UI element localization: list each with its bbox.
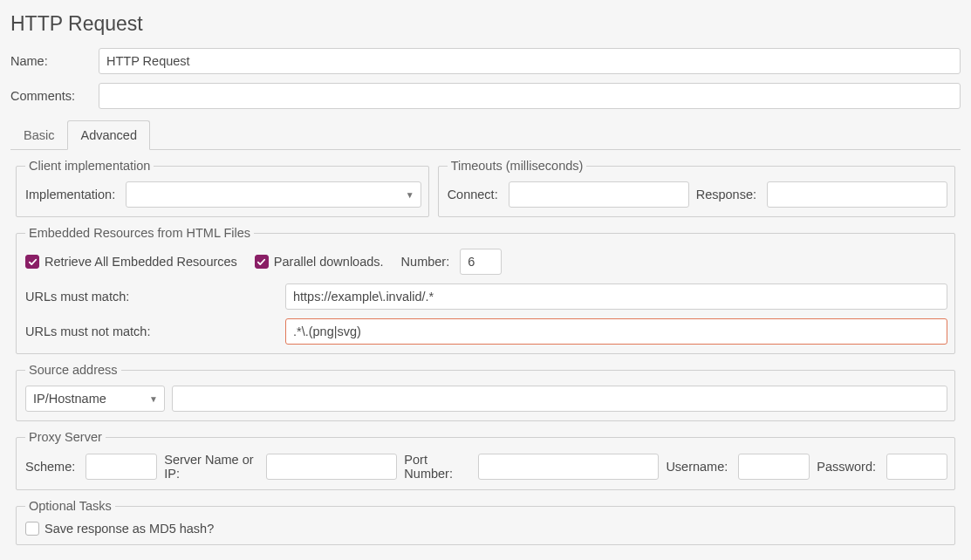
optional-tasks-legend: Optional Tasks xyxy=(25,499,115,513)
source-address-legend: Source address xyxy=(25,363,121,377)
timeouts-group: Timeouts (milliseconds) Connect: Respons… xyxy=(438,159,955,217)
source-address-group: Source address IP/Hostname ▼ xyxy=(16,363,955,421)
implementation-select[interactable] xyxy=(126,181,421,208)
number-label: Number: xyxy=(401,255,450,269)
urls-match-input[interactable] xyxy=(285,283,947,310)
source-address-input[interactable] xyxy=(172,386,947,412)
name-label: Name: xyxy=(10,54,93,68)
proxy-pass-input[interactable] xyxy=(886,454,947,480)
client-implementation-legend: Client implementation xyxy=(25,159,154,173)
md5-label: Save response as MD5 hash? xyxy=(44,522,214,536)
proxy-user-input[interactable] xyxy=(738,454,810,480)
proxy-scheme-label: Scheme: xyxy=(25,460,75,474)
source-address-type-select[interactable]: IP/Hostname xyxy=(25,386,165,412)
md5-checkbox[interactable]: Save response as MD5 hash? xyxy=(25,522,214,536)
checkbox-icon xyxy=(255,255,269,269)
timeouts-legend: Timeouts (milliseconds) xyxy=(448,159,587,173)
urls-match-label: URLs must match: xyxy=(25,290,278,304)
response-label: Response: xyxy=(696,188,756,201)
comments-input[interactable] xyxy=(99,83,961,109)
parallel-number-input[interactable] xyxy=(460,249,502,275)
proxy-user-label: Username: xyxy=(666,460,728,474)
response-timeout-input[interactable] xyxy=(767,181,947,208)
implementation-label: Implementation: xyxy=(25,188,115,201)
optional-tasks-group: Optional Tasks Save response as MD5 hash… xyxy=(16,499,955,545)
page-title: HTTP Request xyxy=(10,12,961,36)
proxy-port-input[interactable] xyxy=(478,454,659,480)
embedded-resources-legend: Embedded Resources from HTML Files xyxy=(25,226,254,240)
proxy-server-label: Server Name or IP: xyxy=(164,453,256,481)
checkbox-icon xyxy=(25,522,39,536)
checkbox-icon xyxy=(25,255,39,269)
client-implementation-group: Client implementation Implementation: ▼ xyxy=(16,159,429,217)
connect-timeout-input[interactable] xyxy=(509,181,689,208)
retrieve-all-checkbox[interactable]: Retrieve All Embedded Resources xyxy=(25,255,237,269)
parallel-downloads-checkbox[interactable]: Parallel downloads. xyxy=(255,255,384,269)
embedded-resources-group: Embedded Resources from HTML Files Retri… xyxy=(16,226,955,354)
retrieve-all-label: Retrieve All Embedded Resources xyxy=(44,255,237,269)
comments-label: Comments: xyxy=(10,89,93,103)
proxy-port-label: Port Number: xyxy=(404,453,468,481)
tab-basic[interactable]: Basic xyxy=(10,120,67,150)
proxy-server-legend: Proxy Server xyxy=(25,430,106,444)
connect-label: Connect: xyxy=(448,188,498,201)
name-input[interactable] xyxy=(99,48,961,74)
parallel-downloads-label: Parallel downloads. xyxy=(274,255,384,269)
urls-not-match-label: URLs must not match: xyxy=(25,324,278,338)
urls-not-match-input[interactable] xyxy=(285,318,947,345)
proxy-server-input[interactable] xyxy=(266,454,397,480)
proxy-scheme-input[interactable] xyxy=(85,454,157,480)
proxy-pass-label: Password: xyxy=(817,460,876,474)
proxy-server-group: Proxy Server Scheme: Server Name or IP: … xyxy=(16,430,955,490)
tab-advanced[interactable]: Advanced xyxy=(67,120,150,150)
